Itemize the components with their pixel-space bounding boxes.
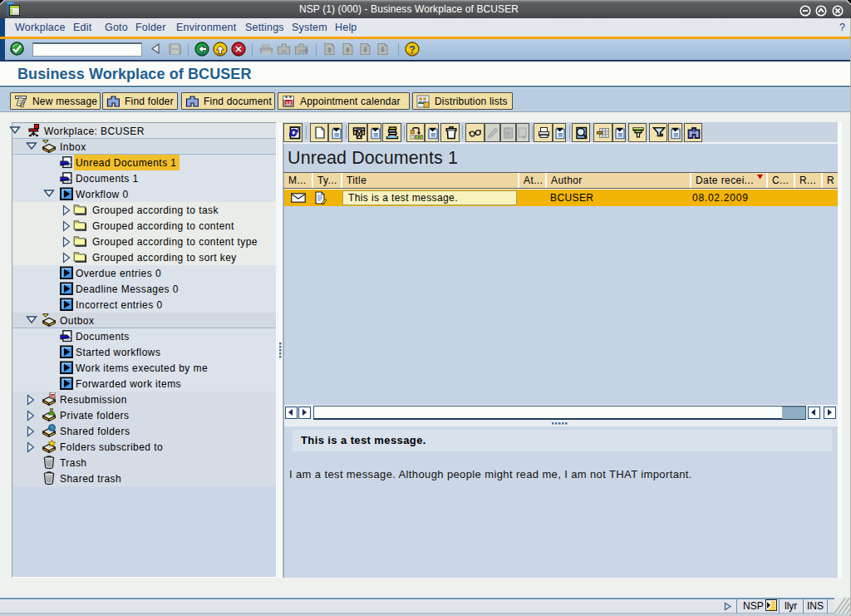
- svg-text:12: 12: [285, 100, 292, 105]
- svg-text:?: ?: [409, 44, 415, 56]
- svg-text:12: 12: [52, 395, 55, 398]
